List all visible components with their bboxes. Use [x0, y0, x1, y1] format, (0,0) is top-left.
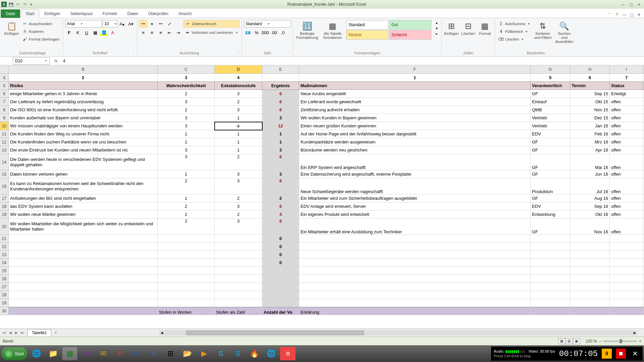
cell[interactable]: 5 — [531, 74, 570, 82]
cell[interactable] — [299, 259, 531, 267]
taskbar-ie-icon[interactable]: 🌐 — [29, 347, 44, 360]
cell[interactable]: GF — [531, 146, 570, 154]
cell[interactable] — [9, 307, 158, 315]
fill-button[interactable]: ⬇Füllbereich▼ — [497, 28, 531, 35]
sort-filter-button[interactable]: ⇅Sortieren und Filtern — [533, 20, 553, 41]
cell[interactable]: Ein ERP System wird angeschafft — [299, 154, 531, 170]
cell[interactable] — [158, 299, 215, 307]
doc-restore-icon[interactable]: ▢ — [629, 12, 635, 18]
row-header[interactable]: 29 — [0, 299, 9, 307]
row-header[interactable]: 22 — [0, 243, 9, 251]
row-header[interactable]: 5 — [0, 82, 9, 90]
cell[interactable]: ✢ — [215, 122, 262, 130]
cell[interactable]: Der erste Eindruck bei Kunden und neuen … — [9, 146, 158, 154]
cell[interactable]: 1 — [215, 146, 262, 154]
ribbon-minimize-icon[interactable]: ˄ — [606, 12, 612, 18]
cell[interactable]: 3 — [215, 178, 262, 194]
cell[interactable] — [9, 267, 158, 275]
cell[interactable]: Büroräume werden neu gestrichen — [299, 146, 531, 154]
row-header[interactable]: 16 — [0, 178, 9, 194]
indent-increase-icon[interactable]: ⇥ — [174, 29, 182, 36]
font-color-button[interactable]: A — [109, 29, 117, 36]
view-layout-icon[interactable]: ▤ — [566, 338, 573, 344]
cell[interactable]: EDV — [531, 130, 570, 138]
cell[interactable]: Neue Azubis eingestellt — [299, 90, 531, 98]
cell[interactable]: 2 — [158, 106, 215, 114]
cell[interactable] — [531, 267, 570, 275]
cell[interactable]: 3 — [215, 170, 262, 178]
cell[interactable] — [262, 267, 299, 275]
cell[interactable] — [531, 291, 570, 299]
align-right-icon[interactable]: ≡ — [157, 29, 165, 36]
cell[interactable] — [299, 243, 531, 251]
cell[interactable]: 1 — [262, 138, 299, 146]
cell[interactable]: Die Kundenfinden suchen Parklätze wenn s… — [9, 138, 158, 146]
clear-button[interactable]: ⌫Löschen▼ — [497, 36, 531, 43]
cell-style-standard[interactable]: Standard — [346, 20, 388, 29]
cell[interactable] — [610, 283, 643, 291]
cell[interactable] — [570, 235, 610, 243]
tab-view[interactable]: Ansicht — [173, 9, 197, 18]
cell[interactable] — [570, 307, 610, 315]
col-header-B[interactable]: B — [9, 65, 158, 74]
cell[interactable]: 1 — [158, 130, 215, 138]
currency-icon[interactable]: 💶 — [244, 29, 252, 36]
cell[interactable]: Entwicklung — [531, 210, 570, 219]
cell[interactable] — [299, 267, 531, 275]
cell[interactable] — [158, 275, 215, 283]
cell-style-schlecht[interactable]: Schlecht — [389, 30, 431, 40]
sheet-nav-next-icon[interactable]: ▶ — [13, 330, 19, 336]
cell[interactable]: Feb 16 — [570, 130, 610, 138]
taskbar-media-icon[interactable]: ▶ — [196, 347, 212, 360]
row-header[interactable]: 13 — [0, 146, 9, 154]
save-icon[interactable]: 💾 — [8, 1, 14, 7]
cell[interactable]: Status — [610, 82, 643, 90]
cell[interactable]: GF — [531, 194, 570, 202]
cell[interactable] — [610, 299, 643, 307]
cell[interactable] — [215, 243, 262, 251]
sheet-nav-prev-icon[interactable]: ◀ — [7, 330, 13, 336]
cell[interactable]: Mrz 16 — [570, 138, 610, 146]
cell[interactable]: 2 — [9, 74, 158, 82]
cell[interactable] — [9, 235, 158, 243]
increase-decimal-icon[interactable]: .00 — [270, 29, 278, 36]
cell[interactable] — [158, 267, 215, 275]
row-header[interactable]: 28 — [0, 291, 9, 299]
cell[interactable]: offen — [610, 122, 643, 130]
cell[interactable]: Ergebnis — [262, 82, 299, 90]
cell[interactable]: 2 — [215, 210, 262, 219]
cell[interactable] — [570, 283, 610, 291]
row-header[interactable]: 7 — [0, 98, 9, 106]
cell[interactable]: Produktion — [531, 178, 570, 194]
cell[interactable]: GF — [531, 170, 570, 178]
cell[interactable]: 4 — [262, 210, 299, 219]
cell[interactable]: 1 — [262, 130, 299, 138]
cell[interactable]: Sep 16 — [570, 202, 610, 210]
cell[interactable]: 2 — [262, 194, 299, 202]
thousands-icon[interactable]: 000 — [261, 29, 269, 36]
wrap-text-button[interactable]: ↵Zeilenumbruch — [183, 20, 239, 27]
view-break-icon[interactable]: ▣ — [573, 338, 580, 344]
cell[interactable] — [215, 283, 262, 291]
cell[interactable] — [262, 291, 299, 299]
bold-button[interactable]: F — [65, 29, 73, 36]
view-normal-icon[interactable]: ▦ — [558, 338, 566, 344]
cell[interactable]: 0 — [262, 235, 299, 243]
taskbar-explorer-icon[interactable]: 📁 — [45, 347, 61, 360]
taskbar-chrome-icon[interactable]: 🌐 — [263, 347, 279, 360]
orientation-icon[interactable]: ⤢ — [165, 20, 173, 27]
cell[interactable] — [531, 251, 570, 259]
cell[interactable] — [531, 299, 570, 307]
cell[interactable]: 3 — [215, 90, 262, 98]
delete-cells-button[interactable]: ⊟Löschen — [461, 20, 476, 37]
find-select-button[interactable]: 🔍Suchen und Auswählen — [554, 20, 574, 45]
cell[interactable]: Anzahl der Vo — [262, 307, 299, 315]
taskbar-outlook-icon[interactable]: ✉ — [96, 347, 111, 360]
cell[interactable]: 0 — [262, 243, 299, 251]
cell[interactable] — [531, 235, 570, 243]
cell[interactable]: EDV — [531, 202, 570, 210]
cell[interactable] — [215, 267, 262, 275]
cell[interactable]: offen — [610, 146, 643, 154]
cell[interactable] — [610, 235, 643, 243]
grow-font-icon[interactable]: A▴ — [118, 20, 126, 27]
